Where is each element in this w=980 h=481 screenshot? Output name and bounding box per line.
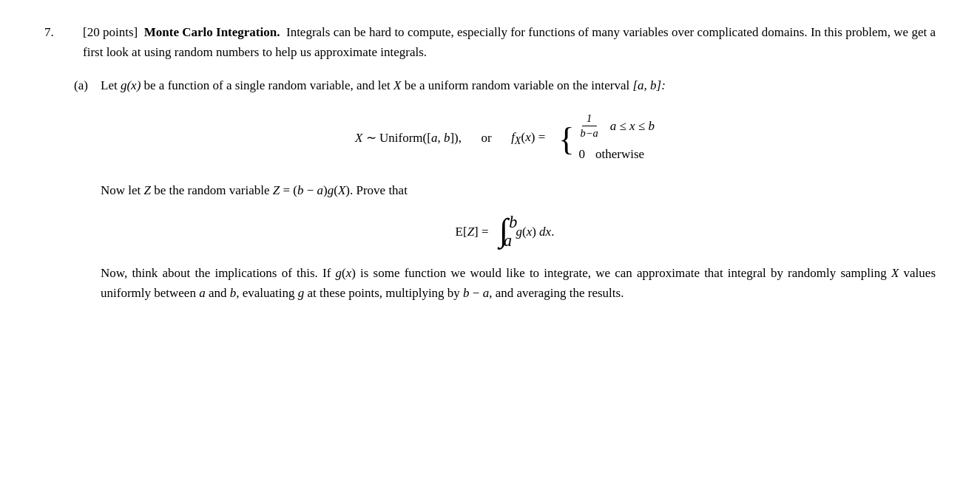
points-label: [20 points] bbox=[83, 25, 138, 39]
problem-header: 7. [20 points] Monte Carlo Integration. … bbox=[44, 22, 936, 62]
X-variable: X bbox=[393, 78, 401, 92]
integral-sign: ∫ b a bbox=[499, 217, 508, 243]
integral-symbol-wrapper: ∫ b a bbox=[499, 217, 508, 247]
part-a-container: (a) Let g(x) be a function of a single r… bbox=[74, 75, 936, 303]
integrand-expression: g(x) dx. bbox=[516, 222, 554, 242]
frac-numerator: 1 bbox=[582, 112, 597, 126]
problem-number: 7. bbox=[44, 22, 83, 42]
case-1-value: 1 b−a bbox=[578, 112, 599, 140]
integral-lower-bound: a bbox=[504, 234, 512, 248]
now-let-z-text: Now let Z be the random variable Z = (b … bbox=[101, 180, 936, 200]
final-paragraph: Now, think about the implications of thi… bbox=[101, 263, 936, 303]
frac-denominator: b−a bbox=[580, 126, 598, 140]
part-a-text: Let g(x) be a function of a single rando… bbox=[101, 75, 936, 95]
text-1: be a function of a single random variabl… bbox=[144, 78, 394, 92]
or-text: or bbox=[475, 128, 498, 148]
piecewise-function: { 1 b−a a ≤ x ≤ b 0 otherwise bbox=[558, 112, 655, 165]
part-a-label: (a) bbox=[74, 75, 101, 95]
number-label: 7. bbox=[44, 25, 54, 39]
case-2-row: 0 otherwise bbox=[578, 144, 654, 164]
ez-integral-formula: E[Z] = ∫ b a g(x) dx. bbox=[74, 217, 936, 247]
piecewise-cases: 1 b−a a ≤ x ≤ b 0 otherwise bbox=[578, 112, 654, 165]
problem-text: [20 points] Monte Carlo Integration. Int… bbox=[83, 22, 936, 62]
left-brace: { bbox=[558, 123, 574, 156]
integral-upper-bound: b bbox=[509, 216, 517, 229]
distribution-formula: X ∼ Uniform([a, b]), or fX(x) = { 1 b−a bbox=[74, 112, 936, 165]
problem-container: 7. [20 points] Monte Carlo Integration. … bbox=[44, 22, 936, 303]
text-2: be a uniform random variable on the inte… bbox=[405, 78, 633, 92]
interval-label: [a, b]: bbox=[632, 78, 665, 92]
case-1-condition: a ≤ x ≤ b bbox=[610, 116, 655, 136]
case-1-row: 1 b−a a ≤ x ≤ b bbox=[578, 112, 654, 140]
distribution-lhs: X ∼ Uniform([a, b]), bbox=[355, 128, 462, 148]
case-2-condition: otherwise bbox=[595, 144, 644, 164]
fraction-1-over-b-minus-a: 1 b−a bbox=[580, 112, 598, 140]
part-a-header: (a) Let g(x) be a function of a single r… bbox=[74, 75, 936, 95]
case-2-value: 0 bbox=[578, 144, 585, 164]
text-let: Let bbox=[101, 78, 118, 92]
gx-variable: g(x) bbox=[121, 78, 141, 92]
problem-title: Monte Carlo Integration. bbox=[144, 25, 280, 39]
fX-expression: fX(x) = bbox=[511, 127, 545, 149]
ez-lhs: E[Z] = bbox=[456, 222, 489, 242]
